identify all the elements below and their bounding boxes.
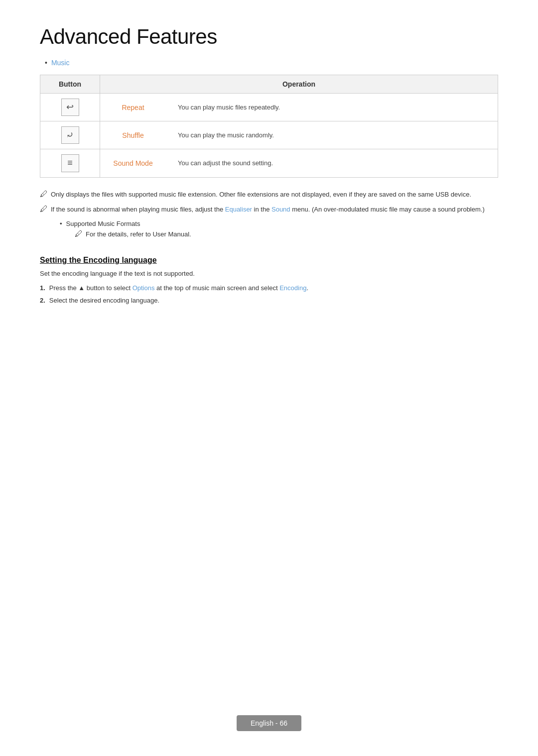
note-2: 🖊 If the sound is abnormal when playing … <box>40 205 498 215</box>
table-cell-op-repeat: Repeat You can play music files repeated… <box>100 94 498 121</box>
repeat-desc: You can play music files repeatedly. <box>178 104 280 111</box>
section-heading: Setting the Encoding language <box>40 256 498 265</box>
feature-table: Button Operation ↩ Repeat You can play m… <box>40 75 498 178</box>
note-text-2: If the sound is abnormal when playing mu… <box>51 205 485 215</box>
encoding-link[interactable]: Encoding <box>279 284 306 292</box>
note-icon-1: 🖊 <box>40 190 48 199</box>
note2-text-after: menu. (An over-modulated music file may … <box>290 206 485 213</box>
soundmode-label: Sound Mode <box>108 159 158 167</box>
page-title: Advanced Features <box>40 25 498 49</box>
note-text-1: Only displays the files with supported m… <box>51 190 471 200</box>
supported-formats-item: Supported Music Formats <box>60 220 498 227</box>
repeat-button-icon: ↩ <box>61 99 79 116</box>
table-cell-button-repeat: ↩ <box>40 94 100 121</box>
sub-note-text: For the details, refer to User Manual. <box>86 229 191 240</box>
table-cell-button-soundmode: ≡ <box>40 149 100 177</box>
table-cell-op-shuffle: Shuffle You can play the music randomly. <box>100 121 498 149</box>
repeat-label: Repeat <box>108 104 158 111</box>
soundmode-button-icon: ≡ <box>61 154 79 172</box>
table-header-operation: Operation <box>100 75 498 94</box>
shuffle-desc: You can play the music randomly. <box>178 131 274 139</box>
page-footer: English - 66 <box>0 715 538 731</box>
music-link[interactable]: Music <box>51 59 70 67</box>
equaliser-link[interactable]: Equaliser <box>225 206 252 213</box>
step1-text-mid: at the top of music main screen and sele… <box>154 284 279 292</box>
shuffle-button-icon: ⤾ <box>61 126 79 144</box>
table-row: ⤾ Shuffle You can play the music randoml… <box>40 121 498 149</box>
step1-text-before: Press the ▲ button to select <box>49 284 133 292</box>
sub-note-icon: 🖊 <box>75 229 83 238</box>
table-cell-button-shuffle: ⤾ <box>40 121 100 149</box>
note-1: 🖊 Only displays the files with supported… <box>40 190 498 200</box>
sound-link[interactable]: Sound <box>271 206 290 213</box>
step1-text-after: . <box>306 284 308 292</box>
note-icon-2: 🖊 <box>40 205 48 214</box>
note2-text-mid: in the <box>252 206 271 213</box>
section-desc: Set the encoding language if the text is… <box>40 270 498 277</box>
step-1: 1. Press the ▲ button to select Options … <box>40 284 498 292</box>
table-row: ↩ Repeat You can play music files repeat… <box>40 94 498 121</box>
music-bullet: Music <box>45 59 498 67</box>
step-1-num: 1. <box>40 284 45 292</box>
soundmode-desc: You can adjust the sound setting. <box>178 159 273 167</box>
step-1-text: Press the ▲ button to select Options at … <box>49 284 308 292</box>
table-row: ≡ Sound Mode You can adjust the sound se… <box>40 149 498 177</box>
options-link[interactable]: Options <box>133 284 155 292</box>
step-2-num: 2. <box>40 297 45 304</box>
sub-note-formats: 🖊 For the details, refer to User Manual. <box>75 229 498 240</box>
table-header-button: Button <box>40 75 100 94</box>
footer-badge: English - 66 <box>237 715 301 731</box>
step-2-text: Select the desired encoding language. <box>49 297 159 304</box>
step-2: 2. Select the desired encoding language. <box>40 297 498 304</box>
supported-formats-label: Supported Music Formats <box>66 220 140 227</box>
shuffle-label: Shuffle <box>108 131 158 139</box>
table-cell-op-soundmode: Sound Mode You can adjust the sound sett… <box>100 149 498 177</box>
note2-text-before: If the sound is abnormal when playing mu… <box>51 206 225 213</box>
